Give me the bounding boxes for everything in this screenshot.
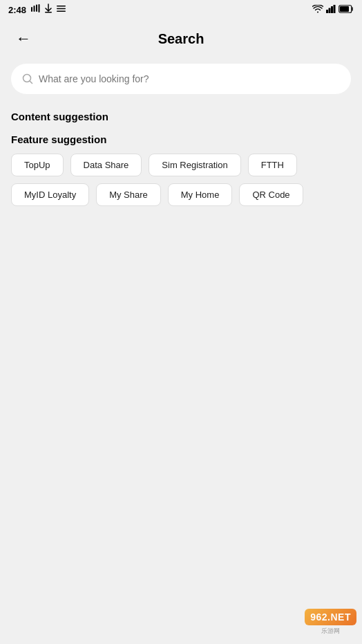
status-bar-left: 2:48	[8, 3, 66, 16]
svg-rect-7	[57, 11, 66, 12]
search-bar-container	[0, 58, 362, 105]
page-title: Search	[158, 31, 204, 47]
chip-my-share[interactable]: My Share	[96, 183, 161, 206]
search-bar	[11, 64, 351, 94]
back-button[interactable]: ←	[11, 26, 36, 51]
svg-rect-0	[31, 7, 32, 12]
notification-icon	[30, 4, 40, 15]
top-nav: ← Search	[0, 19, 362, 58]
svg-rect-6	[57, 8, 66, 10]
chip-sim-registration[interactable]: Sim Registration	[149, 154, 240, 176]
chip-qr-code[interactable]: QR Code	[239, 183, 303, 206]
watermark-sub: 乐游网	[305, 627, 356, 636]
svg-rect-9	[329, 8, 331, 14]
settings-icon	[57, 3, 66, 16]
feature-suggestion-title: Feature suggestion	[11, 134, 351, 145]
svg-rect-4	[45, 12, 52, 13]
feature-suggestion-section: Feature suggestion TopUp Data Share Sim …	[11, 134, 351, 206]
svg-rect-10	[331, 6, 333, 13]
svg-rect-11	[334, 5, 336, 13]
chip-my-home[interactable]: My Home	[168, 183, 233, 206]
status-bar-right	[312, 3, 354, 16]
back-arrow-icon: ←	[16, 30, 31, 48]
battery-icon	[339, 3, 354, 16]
svg-rect-2	[36, 5, 37, 12]
watermark-text: 962.NET	[310, 611, 351, 623]
chip-ftth[interactable]: FTTH	[248, 154, 297, 176]
svg-rect-8	[326, 10, 328, 13]
svg-rect-13	[340, 6, 349, 12]
svg-rect-3	[39, 4, 40, 12]
status-bar: 2:48	[0, 0, 362, 19]
chip-data-share[interactable]: Data Share	[70, 154, 142, 176]
content-area: Content suggestion Feature suggestion To…	[0, 105, 362, 219]
chip-myid-loyalty[interactable]: MyID Loyalty	[11, 183, 89, 206]
status-time: 2:48	[8, 5, 26, 15]
content-suggestion-title: Content suggestion	[11, 111, 351, 122]
download-icon	[44, 3, 53, 16]
chips-row-2: MyID Loyalty My Share My Home QR Code	[11, 183, 351, 206]
search-input[interactable]	[39, 73, 340, 84]
svg-rect-1	[34, 6, 35, 12]
chip-topup[interactable]: TopUp	[11, 154, 64, 176]
signal-icon	[326, 3, 336, 16]
search-icon	[22, 73, 33, 84]
svg-rect-5	[57, 6, 66, 7]
wifi-icon	[312, 3, 323, 16]
chips-row-1: TopUp Data Share Sim Registration FTTH	[11, 154, 351, 176]
content-suggestion-section: Content suggestion	[11, 111, 351, 122]
watermark: 962.NET 乐游网	[305, 609, 356, 636]
